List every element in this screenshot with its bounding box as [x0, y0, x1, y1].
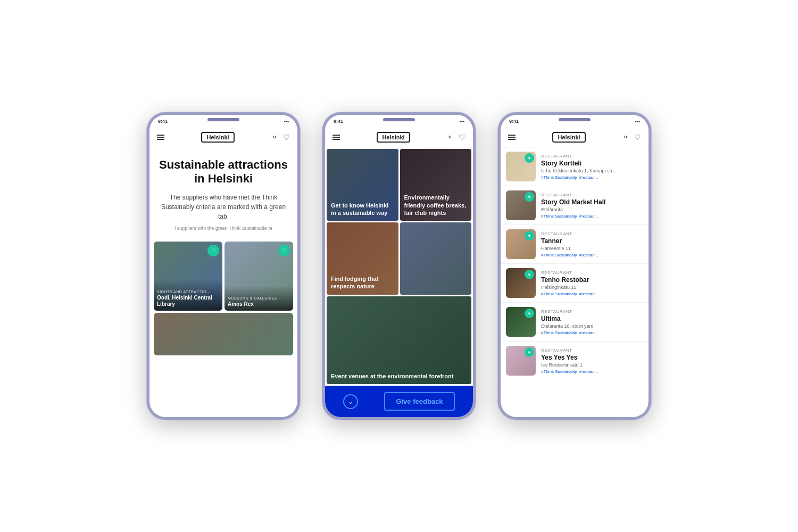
- search-icon-3[interactable]: ⚬: [622, 133, 629, 142]
- list-item[interactable]: ♥ RESTAURANT Tanner Hämeentie 11 #Think …: [501, 225, 649, 264]
- status-icons-3: ▪▪▪: [635, 119, 640, 124]
- status-bar-3: 9:41 ▪▪▪: [501, 115, 649, 128]
- restaurant-category: RESTAURANT: [541, 348, 643, 353]
- restaurant-address: Hämeentie 11: [541, 246, 643, 251]
- card-category-1: SIGHTS AND ATTRACTIO...: [157, 290, 219, 294]
- p2-cell-2[interactable]: Find lodging that respects nature: [327, 222, 398, 294]
- bottom-image: [154, 313, 293, 355]
- p2-footer: ⌄ Give feedback: [325, 386, 473, 417]
- header-icons-1: ⚬ ♡: [271, 133, 290, 142]
- menu-icon-1[interactable]: [157, 135, 164, 140]
- app-header-2: Helsinki ⚬ ♡: [325, 128, 473, 147]
- app-logo-1[interactable]: Helsinki: [201, 132, 234, 143]
- p2-cell-0[interactable]: Get to know Helsinki in a sustainable wa…: [327, 149, 398, 221]
- app-logo-2[interactable]: Helsinki: [377, 132, 410, 143]
- app-logo-3[interactable]: Helsinki: [552, 132, 585, 143]
- phone1-scroll[interactable]: Sustainable attractions in Helsinki The …: [149, 147, 297, 417]
- tag[interactable]: #restaur...: [579, 292, 598, 296]
- restaurant-thumb: ♥: [506, 307, 536, 337]
- list-item[interactable]: ♥ RESTAURANT Ultima Eteläranta 16, court…: [501, 303, 649, 342]
- list-item[interactable]: ♥ RESTAURANT Tenho Restobar Helsinginkat…: [501, 264, 649, 303]
- p2-cell-label-0: Get to know Helsinki in a sustainable wa…: [331, 202, 394, 217]
- restaurant-name: Story Old Market Hall: [541, 198, 643, 206]
- thumb-heart-icon[interactable]: ♥: [525, 153, 534, 163]
- thumb-heart-icon[interactable]: ♥: [525, 347, 534, 357]
- header-icons-3: ⚬ ♡: [622, 133, 641, 142]
- status-time-3: 9:41: [509, 119, 519, 124]
- thumb-heart-icon[interactable]: ♥: [525, 192, 534, 202]
- tag[interactable]: #restaur...: [579, 330, 598, 335]
- tag[interactable]: #restaur...: [579, 369, 598, 374]
- search-icon-2[interactable]: ⚬: [447, 133, 453, 142]
- restaurant-tags: #Think Sustainably#restaur...: [541, 369, 643, 374]
- status-icons-2: ▪▪▪: [459, 119, 464, 124]
- restaurant-category: RESTAURANT: [541, 309, 643, 314]
- restaurant-tags: #Think Sustainably#restaur...: [541, 175, 643, 180]
- tag[interactable]: #restaur...: [579, 175, 598, 180]
- restaurant-tags: #Think Sustainably#restaur...: [541, 330, 643, 335]
- restaurant-thumb: ♥: [506, 268, 536, 298]
- tag[interactable]: #Think Sustainably: [541, 175, 577, 180]
- tag[interactable]: #restaur...: [579, 214, 598, 219]
- heart-icon-1[interactable]: ♡: [283, 133, 290, 142]
- scroll-hint: l suppliers with the green Think Sustain…: [158, 226, 289, 231]
- teal-badge-2: ♡: [278, 245, 290, 256]
- tag[interactable]: #restaur...: [579, 253, 598, 257]
- restaurant-info: RESTAURANT Tanner Hämeentie 11 #Think Su…: [541, 231, 643, 257]
- title-section: Sustainable attractions in Helsinki The …: [149, 147, 297, 242]
- p2-cell-4[interactable]: Event venues at the environmental forefr…: [327, 296, 471, 384]
- menu-icon-3[interactable]: [508, 135, 516, 140]
- restaurant-address: Iso Roobertinkatu 1: [541, 362, 643, 368]
- card-category-2: MUSEUMS & GALLERIES: [228, 296, 290, 300]
- list-item[interactable]: ♥ RESTAURANT Story Old Market Hall Etelä…: [501, 186, 649, 225]
- p2-cell-1[interactable]: Environmentally friendly coffee breaks, …: [400, 149, 472, 221]
- phones-container: 9:41 ▪▪▪ Helsinki ⚬ ♡ Sustainable attrac…: [125, 90, 673, 442]
- give-feedback-button[interactable]: Give feedback: [384, 392, 454, 411]
- p2-cell-label-4: Event venues at the environmental forefr…: [331, 372, 453, 380]
- restaurant-name: Tanner: [541, 237, 643, 245]
- thumb-heart-icon[interactable]: ♥: [525, 309, 534, 318]
- restaurant-tags: #Think Sustainably#restaur...: [541, 253, 643, 257]
- search-icon-1[interactable]: ⚬: [271, 133, 278, 142]
- tag[interactable]: #Think Sustainably: [541, 292, 577, 296]
- main-title: Sustainable attractions in Helsinki: [158, 158, 289, 186]
- list-item[interactable]: ♥ RESTAURANT Yes Yes Yes Iso Roobertinka…: [501, 342, 649, 380]
- restaurant-info: RESTAURANT Tenho Restobar Helsinginkatu …: [541, 270, 643, 296]
- restaurant-info: RESTAURANT Yes Yes Yes Iso Roobertinkatu…: [541, 348, 643, 374]
- thumb-heart-icon[interactable]: ♥: [525, 231, 534, 240]
- restaurant-tags: #Think Sustainably#restaur...: [541, 292, 643, 296]
- heart-icon-3[interactable]: ♡: [634, 133, 641, 142]
- restaurant-address: Urho Kekkosenkatu 1, Kamppi sh...: [541, 168, 643, 173]
- chevron-down-icon[interactable]: ⌄: [343, 394, 358, 409]
- status-icons-1: ▪▪▪: [284, 119, 289, 124]
- tag[interactable]: #Think Sustainably: [541, 330, 577, 335]
- card-label-2: MUSEUMS & GALLERIES Amos Rex: [225, 286, 293, 311]
- thumb-heart-icon[interactable]: ♥: [525, 270, 534, 279]
- teal-badge-1: ♡: [207, 245, 219, 256]
- heart-icon-2[interactable]: ♡: [459, 133, 466, 142]
- p2-cell-3[interactable]: [400, 222, 472, 294]
- tag[interactable]: #Think Sustainably: [541, 369, 577, 374]
- restaurant-address: Eteläranta 16, court yard: [541, 323, 643, 329]
- list-item[interactable]: ♥ RESTAURANT Story Kortteli Urho Kekkose…: [501, 147, 649, 186]
- card-oodi[interactable]: ♡ SIGHTS AND ATTRACTIO... Oodi, Helsinki…: [154, 242, 222, 311]
- card-amos[interactable]: ♡ MUSEUMS & GALLERIES Amos Rex: [225, 242, 293, 311]
- phone-2: 9:41 ▪▪▪ Helsinki ⚬ ♡: [322, 112, 476, 420]
- card-label-1: SIGHTS AND ATTRACTIO... Oodi, Helsinki C…: [154, 279, 222, 311]
- restaurant-tags: #Think Sustainably#restaur...: [541, 214, 643, 219]
- status-bar-2: 9:41 ▪▪▪: [325, 115, 473, 128]
- restaurant-name: Yes Yes Yes: [541, 354, 643, 361]
- status-bar-1: 9:41 ▪▪▪: [149, 115, 297, 128]
- restaurant-info: RESTAURANT Story Old Market Hall Etelära…: [541, 193, 643, 219]
- restaurant-thumb: ♥: [506, 190, 536, 220]
- status-time-2: 9:41: [334, 119, 343, 124]
- restaurant-info: RESTAURANT Ultima Eteläranta 16, court y…: [541, 309, 643, 335]
- p2-cell-label-1: Environmentally friendly coffee breaks, …: [404, 194, 468, 217]
- restaurant-info: RESTAURANT Story Kortteli Urho Kekkosenk…: [541, 154, 643, 180]
- menu-icon-2[interactable]: [332, 135, 340, 140]
- tag[interactable]: #Think Sustainably: [541, 253, 577, 257]
- restaurant-list[interactable]: ♥ RESTAURANT Story Kortteli Urho Kekkose…: [501, 147, 649, 417]
- tag[interactable]: #Think Sustainably: [541, 214, 577, 219]
- restaurant-name: Story Kortteli: [541, 160, 643, 167]
- restaurant-category: RESTAURANT: [541, 154, 643, 159]
